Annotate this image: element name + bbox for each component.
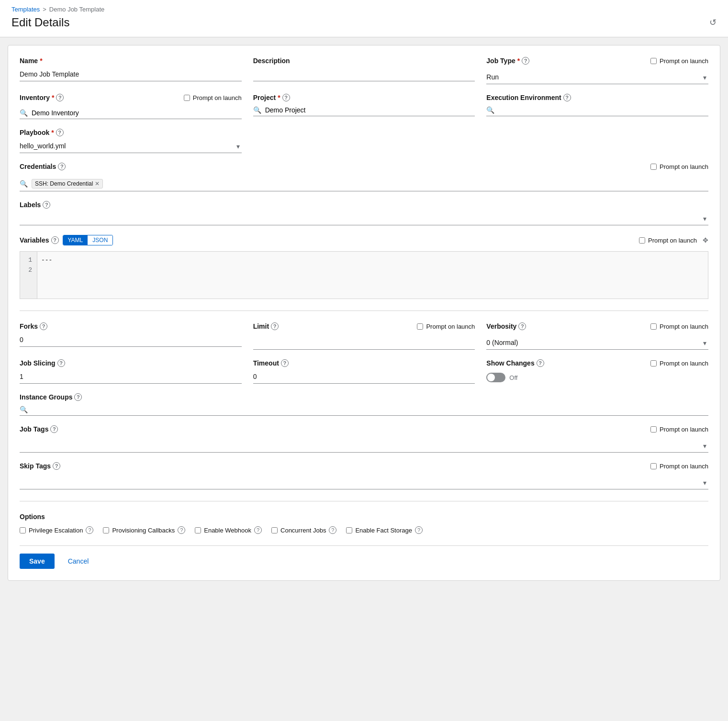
enable-webhook-info-icon[interactable]: ? xyxy=(254,526,262,534)
credentials-tag-remove[interactable]: ✕ xyxy=(95,180,100,187)
forks-info-icon[interactable]: ? xyxy=(40,322,47,330)
skip-tags-prompt-checkbox[interactable] xyxy=(650,463,657,469)
breadcrumb-current: Demo Job Template xyxy=(49,6,104,13)
description-input[interactable] xyxy=(253,67,475,81)
provisioning-callbacks-checkbox[interactable] xyxy=(103,527,109,533)
skip-tags-header: Skip Tags ? Prompt on launch xyxy=(20,462,708,470)
variables-info-icon[interactable]: ? xyxy=(51,236,59,244)
job-type-header: Job Type * ? Prompt on launch xyxy=(486,57,708,65)
job-tags-label: Job Tags ? xyxy=(20,425,58,433)
enable-fact-storage-info-icon[interactable]: ? xyxy=(415,526,423,534)
breadcrumb-parent[interactable]: Templates xyxy=(11,6,40,13)
concurrent-jobs-label: Concurrent Jobs xyxy=(280,527,326,534)
credentials-prompt-checkbox[interactable] xyxy=(650,164,657,170)
instance-groups-info-icon[interactable]: ? xyxy=(74,393,82,401)
project-search-input: 🔍 xyxy=(253,104,475,116)
row-forks-limit-verbosity: Forks ? Limit ? Prompt on launch xyxy=(20,322,708,350)
credentials-tag: SSH: Demo Credential ✕ xyxy=(32,179,103,189)
enable-fact-storage-checkbox[interactable] xyxy=(346,527,352,533)
verbosity-prompt-checkbox[interactable] xyxy=(650,323,657,330)
timeout-input[interactable] xyxy=(253,370,475,384)
execution-env-group: Execution Environment ? 🔍 xyxy=(486,94,708,119)
skip-tags-select[interactable] xyxy=(20,476,708,489)
row-instance-groups: Instance Groups ? 🔍 xyxy=(20,393,708,416)
show-changes-info-icon[interactable]: ? xyxy=(537,359,544,367)
skip-tags-info-icon[interactable]: ? xyxy=(53,462,60,470)
inventory-info-icon[interactable]: ? xyxy=(56,94,64,101)
divider-1 xyxy=(20,311,708,311)
playbook-group: Playbook * ? hello_world.yml xyxy=(20,129,242,153)
option-privilege-escalation: Privilege Escalation ? xyxy=(20,526,93,534)
code-content[interactable]: --- xyxy=(37,252,708,299)
variables-expand-icon[interactable]: ✥ xyxy=(703,236,708,244)
cancel-button[interactable]: Cancel xyxy=(62,554,95,569)
instance-groups-input[interactable] xyxy=(32,406,708,413)
project-info-icon[interactable]: ? xyxy=(282,94,290,101)
row-credentials: Credentials ? Prompt on launch 🔍 SSH: De… xyxy=(20,163,708,191)
inventory-input[interactable] xyxy=(32,109,242,117)
execution-env-info-icon[interactable]: ? xyxy=(563,94,571,101)
labels-select[interactable] xyxy=(20,211,708,225)
job-type-info-icon[interactable]: ? xyxy=(522,57,529,65)
job-tags-group: Job Tags ? Prompt on launch xyxy=(20,425,708,453)
privilege-escalation-info-icon[interactable]: ? xyxy=(86,526,93,534)
credentials-info-icon[interactable]: ? xyxy=(58,163,66,170)
job-tags-select[interactable] xyxy=(20,439,708,453)
limit-prompt: Prompt on launch xyxy=(417,323,475,330)
timeout-group: Timeout ? xyxy=(253,359,475,384)
save-button[interactable]: Save xyxy=(20,554,55,569)
project-group: Project * ? 🔍 xyxy=(253,94,475,119)
job-type-prompt-checkbox[interactable] xyxy=(650,58,657,64)
history-icon[interactable]: ↺ xyxy=(709,17,717,28)
job-slicing-input[interactable] xyxy=(20,370,242,384)
credentials-header: Credentials ? Prompt on launch xyxy=(20,163,708,170)
variables-editor[interactable]: 1 2 --- xyxy=(20,251,708,299)
job-tags-prompt-checkbox[interactable] xyxy=(650,426,657,433)
timeout-info-icon[interactable]: ? xyxy=(281,359,289,367)
row-skip-tags: Skip Tags ? Prompt on launch xyxy=(20,462,708,489)
show-changes-prompt-checkbox[interactable] xyxy=(650,360,657,366)
execution-env-input[interactable] xyxy=(498,106,708,114)
provisioning-callbacks-info-icon[interactable]: ? xyxy=(178,526,185,534)
variables-prompt: Prompt on launch xyxy=(639,237,697,244)
show-changes-group: Show Changes ? Prompt on launch Off xyxy=(486,359,708,384)
labels-info-icon[interactable]: ? xyxy=(43,201,50,209)
option-enable-fact-storage: Enable Fact Storage ? xyxy=(346,526,423,534)
inventory-prompt-checkbox[interactable] xyxy=(184,95,190,101)
concurrent-jobs-checkbox[interactable] xyxy=(271,527,278,533)
job-type-select[interactable]: Run Check xyxy=(486,70,708,84)
playbook-required: * xyxy=(51,129,54,136)
variables-label-left: Variables ? YAML JSON xyxy=(20,235,113,245)
concurrent-jobs-info-icon[interactable]: ? xyxy=(329,526,336,534)
limit-info-icon[interactable]: ? xyxy=(271,322,279,330)
privilege-escalation-label: Privilege Escalation xyxy=(29,527,83,534)
skip-tags-group: Skip Tags ? Prompt on launch xyxy=(20,462,708,489)
limit-prompt-checkbox[interactable] xyxy=(417,323,423,330)
forks-input[interactable] xyxy=(20,333,242,347)
show-changes-toggle-slider[interactable] xyxy=(486,373,505,382)
limit-input[interactable] xyxy=(253,336,475,350)
playbook-select[interactable]: hello_world.yml xyxy=(20,139,242,153)
variables-prompt-checkbox[interactable] xyxy=(639,237,645,244)
limit-group: Limit ? Prompt on launch xyxy=(253,322,475,350)
enable-fact-storage-label: Enable Fact Storage xyxy=(355,527,412,534)
variables-right: Prompt on launch ✥ xyxy=(639,236,708,244)
job-slicing-info-icon[interactable]: ? xyxy=(57,359,65,367)
page-title: Edit Details xyxy=(11,16,69,29)
enable-webhook-checkbox[interactable] xyxy=(195,527,201,533)
verbosity-select[interactable]: 0 (Normal) 1 (Verbose) 2 (More Verbose) … xyxy=(486,336,708,350)
json-btn[interactable]: JSON xyxy=(88,235,112,245)
yaml-btn[interactable]: YAML xyxy=(63,235,88,245)
job-tags-info-icon[interactable]: ? xyxy=(50,425,58,433)
privilege-escalation-checkbox[interactable] xyxy=(20,527,26,533)
playbook-info-icon[interactable]: ? xyxy=(56,129,64,136)
limit-label: Limit ? xyxy=(253,322,279,330)
name-input[interactable] xyxy=(20,67,242,81)
project-input[interactable] xyxy=(265,106,475,114)
enable-webhook-label: Enable Webhook xyxy=(204,527,251,534)
line-1: 1 xyxy=(25,255,32,266)
job-type-required: * xyxy=(517,57,520,65)
skip-tags-label: Skip Tags ? xyxy=(20,462,60,470)
verbosity-info-icon[interactable]: ? xyxy=(518,322,526,330)
verbosity-prompt: Prompt on launch xyxy=(650,323,708,330)
